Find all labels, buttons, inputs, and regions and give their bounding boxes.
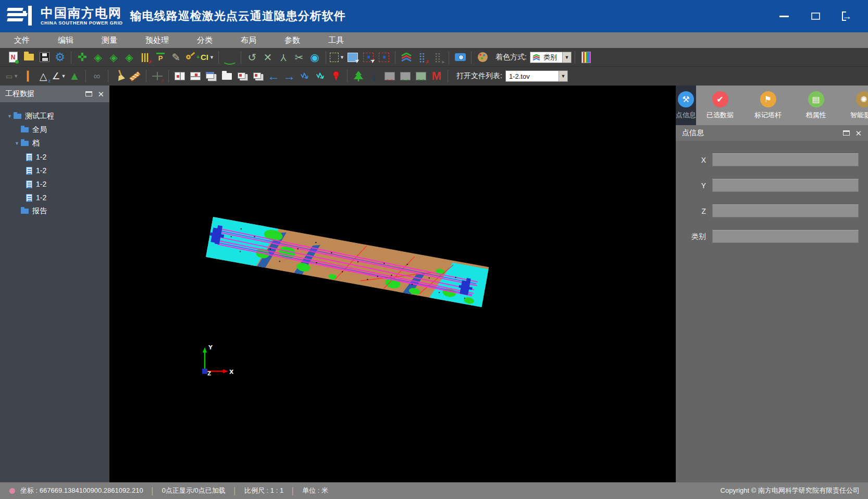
status-scale: 比例尺 : 1 : 1 [244,486,283,495]
coloring-mode-select[interactable]: 类别 ▼ [530,52,572,63]
file-icon [26,180,32,188]
menu-preprocess[interactable]: 预处理 [131,32,183,48]
tower-mode-icon[interactable]: Y [276,50,291,65]
menu-layout[interactable]: 布局 [227,32,270,48]
cut-icon[interactable]: ✂ [292,50,306,65]
open-file-list-value: 1-2.tov [506,72,559,80]
panel-close-icon[interactable]: ✕ [97,90,104,98]
tree-icon[interactable] [351,69,366,83]
save-icon[interactable] [37,50,52,65]
visibility-icon[interactable]: ◉ [307,50,322,65]
span-curve-red-icon[interactable]: ‿ [382,69,397,83]
align-level-icon[interactable]: ✗ [150,69,165,83]
tab-label: 档属性 [806,111,826,120]
panel-close-icon[interactable]: ✕ [855,129,862,137]
new-file-icon[interactable]: N [6,50,20,65]
window-snapshot-icon[interactable] [235,69,250,83]
move-tool-icon[interactable]: ✜ [75,50,90,65]
menu-edit[interactable]: 编辑 [44,32,88,48]
link-nodes-icon[interactable]: ∞ [90,69,104,83]
broom-icon[interactable] [112,69,127,83]
polyline-cyan-icon[interactable]: ↯ [310,66,330,86]
grid-pointer-icon[interactable]: ⣿➤ [430,50,445,65]
delete-cross-icon[interactable]: ✕ [261,50,275,65]
span-curve-active-icon[interactable]: ‿ [414,69,428,83]
hide-columns-icon[interactable]: |||✗ [138,50,152,65]
grid-delete-icon[interactable]: ⣿✗ [415,50,429,65]
point-cloud-viewport[interactable]: Y X Z [109,86,676,482]
panel-restore-icon[interactable] [85,91,92,96]
split-vertical-icon[interactable] [172,69,187,83]
plan-tool-icon[interactable]: ▭▼ [5,69,19,83]
maximize-button[interactable] [810,11,821,21]
menu-measure[interactable]: 测量 [88,32,131,48]
location-pin-icon[interactable] [329,69,343,83]
colorbar-icon[interactable] [579,50,593,65]
next-icon[interactable]: → [282,69,296,83]
open-folder-icon[interactable] [21,50,36,65]
tab-point-info[interactable]: ⚒ 点信息 [676,86,696,125]
palette-icon[interactable] [475,50,490,65]
slope-ruler-icon[interactable] [128,69,142,83]
tree-item-span-file[interactable]: 1-2 [26,164,109,177]
exit-button[interactable]: → [841,11,852,21]
z-input[interactable] [712,204,859,217]
marker-m-icon[interactable]: M [429,69,444,83]
settings-icon[interactable]: ⚙ [53,50,67,65]
tree-item-global[interactable]: 全局 [15,123,109,137]
minimize-button[interactable] [778,11,790,21]
tab-smart-impact[interactable]: ✺ 智能影响 [840,86,868,125]
axis-indicator: Y X Z [202,344,234,376]
tab-span-properties[interactable]: ▤ 档属性 [792,86,840,125]
angle-measure-icon[interactable]: ∠▼ [52,69,66,83]
tree-item-span-file[interactable]: 1-2 [26,150,109,164]
rotate-view-y-icon[interactable]: ◈ [106,50,121,65]
cascade-windows-icon[interactable] [204,69,218,83]
menu-params[interactable]: 参数 [270,32,314,48]
y-input[interactable] [712,179,859,192]
tree-item-spans[interactable]: ▼ 档 [15,137,109,150]
prev-icon[interactable]: ← [266,69,281,83]
rotate-view-x-icon[interactable]: ◈ [91,50,105,65]
new-folder-icon[interactable] [219,69,234,83]
ci-class-dropdown-icon[interactable]: CI▼ [200,50,215,65]
north-arrow-icon[interactable]: ▲ [67,69,82,83]
rotate-view-z-icon[interactable]: ◈ [122,50,137,65]
select-pointer-icon[interactable]: ➤ [345,50,360,65]
tab-selected-data[interactable]: ✔ 已选数据 [696,86,744,125]
menu-classify[interactable]: 分类 [183,32,227,48]
key-permission-icon[interactable]: + [184,50,199,65]
expander-icon[interactable]: ▼ [7,114,14,119]
window-snapshot-2-icon[interactable] [251,69,265,83]
status-coordinates: 坐标 : 667669.1384100900.2861092.210 [20,486,143,495]
menu-file[interactable]: 文件 [0,32,44,48]
tree-item-project[interactable]: ▼ 测试工程 [7,109,109,123]
area-measure-icon[interactable]: △z [36,69,51,83]
tree-item-label: 1-2 [36,193,46,202]
select-points-icon[interactable] [377,50,391,65]
span-curve-green-icon[interactable]: ‿ [398,69,413,83]
catenary-fit-icon[interactable]: ‿ [222,50,237,65]
orbit-icon[interactable]: ↺ [245,50,259,65]
open-file-list-select[interactable]: 1-2.tov ▼ [505,70,568,82]
tree-item-report[interactable]: 报告 [15,204,109,218]
split-horizontal-icon[interactable] [188,69,203,83]
tower-icon[interactable] [367,69,381,83]
tree-item-span-file[interactable]: 1-2 [26,177,109,191]
tower-annotate-icon[interactable]: ✎ [169,50,183,65]
x-input[interactable] [712,153,859,166]
section-profile-icon[interactable]: P [153,50,168,65]
select-remove-points-icon[interactable]: ➤ [361,50,376,65]
svg-text:Z: Z [207,371,211,376]
tab-mark-tower[interactable]: ⚑ 标记塔杆 [744,86,792,125]
class-layers-icon[interactable] [399,50,414,65]
camera-icon[interactable] [453,50,467,65]
expander-icon[interactable]: ▼ [15,141,21,146]
select-rect-icon[interactable]: ▼ [330,50,344,65]
tree-item-span-file[interactable]: 1-2 [26,191,109,204]
ruler-vertical-icon[interactable] [20,69,35,83]
class-input[interactable] [712,230,859,243]
csg-logo-icon [7,6,35,27]
panel-restore-icon[interactable] [843,130,850,136]
menu-tools[interactable]: 工具 [314,32,358,48]
